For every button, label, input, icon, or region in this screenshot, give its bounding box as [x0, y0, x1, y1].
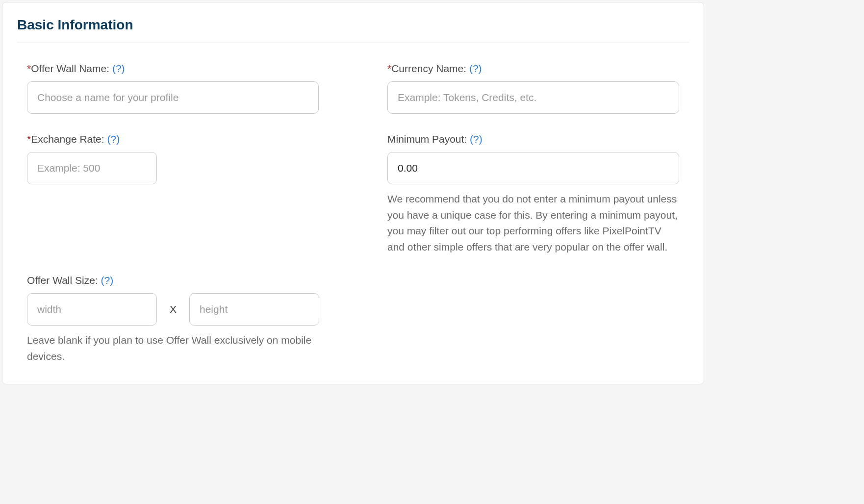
label-text: Minimum Payout:	[387, 133, 467, 145]
offer-wall-name-group: *Offer Wall Name: (?)	[27, 63, 319, 114]
size-separator: X	[170, 303, 177, 315]
currency-name-input[interactable]	[387, 81, 679, 114]
required-mark: *	[387, 63, 391, 74]
section-divider	[17, 43, 689, 43]
help-icon[interactable]: (?)	[470, 133, 483, 145]
currency-name-label: *Currency Name: (?)	[387, 63, 679, 75]
offer-wall-size-label: Offer Wall Size: (?)	[27, 275, 319, 286]
currency-name-group: *Currency Name: (?)	[387, 63, 679, 114]
width-input[interactable]	[27, 293, 157, 326]
label-text: Exchange Rate:	[31, 133, 104, 145]
basic-information-panel: Basic Information *Offer Wall Name: (?) …	[2, 2, 704, 384]
offer-wall-size-group: Offer Wall Size: (?) X Leave blank if yo…	[27, 275, 319, 364]
help-icon[interactable]: (?)	[112, 63, 125, 74]
help-icon[interactable]: (?)	[101, 275, 114, 286]
offer-wall-size-helper: Leave blank if you plan to use Offer Wal…	[27, 332, 319, 364]
label-text: Offer Wall Name:	[31, 63, 109, 74]
minimum-payout-group: Minimum Payout: (?) We recommend that yo…	[387, 133, 679, 255]
required-mark: *	[27, 63, 31, 74]
size-input-row: X	[27, 293, 319, 326]
form-row-2: Offer Wall Size: (?) X Leave blank if yo…	[17, 275, 689, 364]
required-mark: *	[27, 133, 31, 145]
form-col-left-2: Offer Wall Size: (?) X Leave blank if yo…	[27, 275, 319, 364]
label-text: Offer Wall Size:	[27, 275, 98, 286]
offer-wall-name-input[interactable]	[27, 81, 319, 114]
help-icon[interactable]: (?)	[469, 63, 482, 74]
form-col-right: *Currency Name: (?) Minimum Payout: (?) …	[387, 63, 679, 275]
form-col-left: *Offer Wall Name: (?) *Exchange Rate: (?…	[27, 63, 319, 275]
exchange-rate-label: *Exchange Rate: (?)	[27, 133, 319, 145]
height-input[interactable]	[189, 293, 319, 326]
form-col-right-2	[388, 275, 679, 364]
exchange-rate-input[interactable]	[27, 152, 157, 184]
exchange-rate-group: *Exchange Rate: (?)	[27, 133, 319, 184]
offer-wall-name-label: *Offer Wall Name: (?)	[27, 63, 319, 75]
minimum-payout-helper: We recommend that you do not enter a min…	[387, 191, 679, 255]
minimum-payout-label: Minimum Payout: (?)	[387, 133, 679, 145]
help-icon[interactable]: (?)	[107, 133, 120, 145]
label-text: Currency Name:	[391, 63, 466, 74]
form-row-1: *Offer Wall Name: (?) *Exchange Rate: (?…	[17, 63, 689, 275]
section-title: Basic Information	[17, 17, 689, 33]
minimum-payout-input[interactable]	[387, 152, 679, 184]
